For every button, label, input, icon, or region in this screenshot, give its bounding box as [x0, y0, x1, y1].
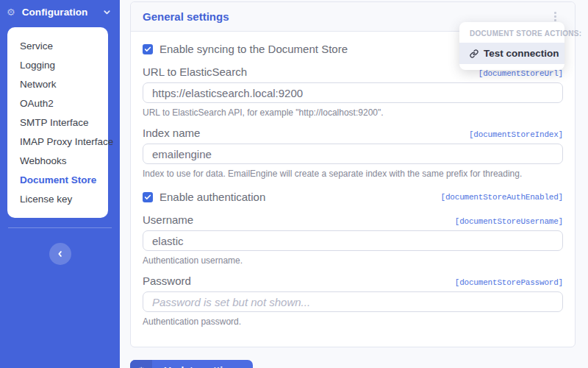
check-icon [144, 46, 151, 53]
url-help-text: URL to ElasticSearch API, for example "h… [143, 107, 563, 118]
sidebar-item-smtp-interface[interactable]: SMTP Interface [7, 113, 108, 132]
sidebar-item-document-store[interactable]: Document Store [7, 171, 108, 190]
sidebar-configuration-toggle[interactable]: ⚙ Configuration [0, 0, 120, 24]
sidebar-item-license-key[interactable]: License key [7, 190, 108, 209]
enable-sync-checkbox[interactable] [143, 44, 153, 54]
enable-auth-label: Enable authentication [159, 191, 265, 203]
index-help-text: Index to use for data. EmailEngine will … [143, 169, 563, 179]
card-body: Enable syncing to the Document Store URL… [131, 32, 575, 347]
chevron-down-icon [103, 8, 111, 16]
document-store-actions-menu: DOCUMENT STORE ACTIONS: Test connection [459, 22, 564, 70]
url-field-group: URL to ElasticSearch [documentStoreUrl] … [143, 66, 563, 118]
password-input[interactable] [143, 291, 563, 312]
test-connection-menu-item[interactable]: Test connection [459, 43, 564, 64]
sidebar-item-oauth2[interactable]: OAuth2 [7, 94, 108, 113]
sidebar-nav: Service Logging Network OAuth2 SMTP Inte… [7, 27, 108, 218]
sidebar-item-imap-proxy-interface[interactable]: IMAP Proxy Interface [7, 132, 108, 152]
update-settings-button[interactable]: ⚙ Update settings [130, 360, 253, 368]
url-input[interactable] [143, 82, 563, 103]
app-root: ⚙ Configuration Service Logging Network … [0, 0, 588, 368]
auth-config-key: [documentStoreAuthEnabled] [441, 193, 563, 202]
main-content: General settings Enable syncing to the D… [120, 0, 588, 368]
chain-link-icon [470, 49, 478, 58]
username-config-key: [documentStoreUsername] [455, 217, 563, 226]
password-config-key: [documentStorePassword] [455, 278, 563, 287]
enable-auth-row: Enable authentication [documentStoreAuth… [143, 191, 563, 203]
gear-icon: ⚙ [7, 7, 15, 17]
sidebar-collapse-button[interactable] [49, 243, 71, 265]
dropdown-header: DOCUMENT STORE ACTIONS: [459, 29, 564, 43]
chevron-left-icon [57, 250, 64, 258]
card-title: General settings [143, 10, 229, 23]
sidebar-item-webhooks[interactable]: Webhooks [7, 152, 108, 171]
sidebar-divider [8, 227, 112, 228]
sidebar-item-service[interactable]: Service [7, 37, 108, 56]
username-label: Username [143, 213, 193, 226]
sidebar-item-network[interactable]: Network [7, 75, 108, 94]
index-input[interactable] [143, 144, 563, 164]
index-config-key: [documentStoreIndex] [469, 130, 563, 139]
sidebar: ⚙ Configuration Service Logging Network … [0, 0, 120, 368]
username-help-text: Authentication username. [143, 255, 563, 266]
test-connection-label: Test connection [484, 48, 559, 59]
username-input[interactable] [143, 230, 563, 251]
sidebar-item-logging[interactable]: Logging [7, 56, 108, 75]
check-icon [144, 194, 151, 201]
sidebar-title: Configuration [22, 7, 88, 18]
update-settings-label: Update settings [152, 360, 253, 368]
url-label: URL to ElasticSearch [143, 66, 247, 78]
username-field-group: Username [documentStoreUsername] Authent… [143, 213, 563, 266]
password-help-text: Authentication password. [143, 316, 563, 327]
index-label: Index name [143, 127, 200, 139]
enable-sync-label: Enable syncing to the Document Store [159, 43, 348, 55]
password-label: Password [143, 275, 191, 287]
index-field-group: Index name [documentStoreIndex] Index to… [143, 127, 563, 179]
url-config-key: [documentStoreUrl] [478, 69, 563, 78]
password-field-group: Password [documentStorePassword] Authent… [143, 275, 563, 327]
enable-auth-checkbox[interactable] [143, 192, 153, 202]
